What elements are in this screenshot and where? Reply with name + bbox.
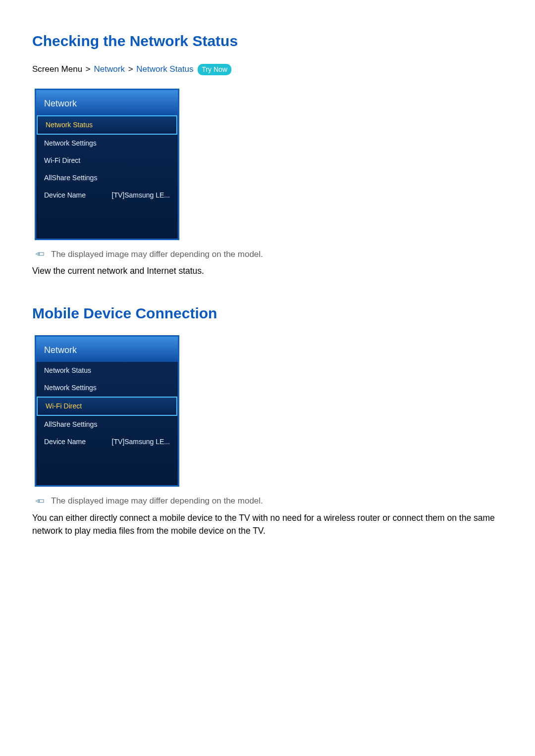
menu-item-label: Network Settings [44, 383, 97, 393]
menu-item-value: [TV]Samsung LE... [112, 437, 170, 447]
note-text: The displayed image may differ depending… [51, 495, 263, 507]
try-now-badge[interactable]: Try Now [198, 64, 231, 75]
breadcrumb: Screen Menu > Network > Network Status T… [32, 63, 503, 76]
menu-item-device-name[interactable]: Device Name [TV]Samsung LE... [36, 187, 178, 204]
section-body: View the current network and Internet st… [32, 264, 503, 277]
menu-item-value: [TV]Samsung LE... [112, 190, 170, 201]
pencil-icon [35, 249, 46, 260]
pencil-icon [35, 496, 46, 507]
network-menu-panel: Network Network Status Network Settings … [35, 335, 179, 487]
section-heading: Mobile Device Connection [32, 302, 503, 324]
menu-item-label: Network Settings [44, 138, 97, 149]
menu-header: Network [36, 90, 178, 115]
menu-item-device-name[interactable]: Device Name [TV]Samsung LE... [36, 433, 178, 451]
menu-item-label: Device Name [44, 437, 86, 447]
menu-header: Network [36, 337, 178, 362]
menu-item-network-settings[interactable]: Network Settings [36, 379, 178, 397]
menu-item-label: AllShare Settings [44, 173, 97, 183]
menu-item-allshare-settings[interactable]: AllShare Settings [36, 169, 178, 187]
menu-item-label: Device Name [44, 190, 86, 201]
menu-item-label: Wi-Fi Direct [46, 401, 82, 411]
menu-item-wifi-direct[interactable]: Wi-Fi Direct [36, 152, 178, 169]
menu-item-network-status[interactable]: Network Status [37, 115, 177, 135]
breadcrumb-link: Network [94, 64, 125, 74]
menu-empty-space [36, 451, 178, 485]
chevron-right-icon: > [128, 64, 133, 74]
network-menu-panel: Network Network Status Network Settings … [35, 89, 179, 240]
breadcrumb-link: Network Status [136, 64, 193, 74]
menu-empty-space [36, 204, 178, 239]
section-heading: Checking the Network Status [32, 30, 503, 52]
menu-item-wifi-direct[interactable]: Wi-Fi Direct [37, 397, 177, 416]
menu-item-network-settings[interactable]: Network Settings [36, 135, 178, 152]
menu-item-label: AllShare Settings [44, 419, 97, 430]
menu-item-label: Network Status [46, 120, 93, 130]
menu-item-allshare-settings[interactable]: AllShare Settings [36, 416, 178, 433]
chevron-right-icon: > [86, 64, 91, 74]
menu-item-label: Wi-Fi Direct [44, 155, 80, 166]
breadcrumb-prefix: Screen Menu [32, 64, 82, 74]
note-text: The displayed image may differ depending… [51, 248, 263, 261]
menu-item-network-status[interactable]: Network Status [36, 362, 178, 379]
menu-item-label: Network Status [44, 365, 91, 376]
section-body: You can either directly connect a mobile… [32, 511, 503, 538]
